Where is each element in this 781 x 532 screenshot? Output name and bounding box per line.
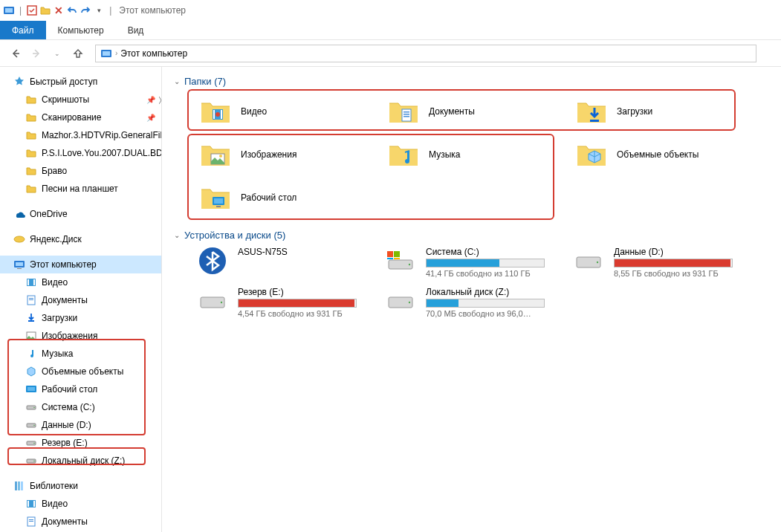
svg-rect-17 (27, 387, 35, 391)
tree-label: Браво (42, 166, 67, 176)
folder-icon (25, 183, 37, 195)
new-folder-icon[interactable] (39, 4, 51, 16)
drive-icon (25, 437, 37, 449)
ribbon-tab-computer[interactable]: Компьютер (46, 21, 116, 39)
svg-rect-40 (404, 111, 409, 113)
tree-onedrive[interactable]: OneDrive (0, 205, 161, 223)
pin-icon: 📌 (146, 114, 155, 122)
tree-quick-access-item[interactable]: Браво (0, 162, 161, 180)
ribbon-tab-file[interactable]: Файл (0, 21, 46, 39)
tree-pc-item[interactable]: Изображения (0, 327, 161, 345)
drive-usage-bar (426, 259, 545, 267)
folder-item[interactable]: Рабочий стол (196, 179, 378, 216)
tree-quick-access-item[interactable]: Mazhor.3.HDTVRip.GeneralFilm (0, 126, 161, 144)
svg-rect-11 (33, 279, 35, 285)
tree-pc-item[interactable]: Система (C:) (0, 398, 161, 416)
tree-label: Данные (D:) (42, 420, 91, 430)
tree-quick-access-item[interactable]: Сканирование📌 (0, 108, 161, 126)
svg-point-21 (33, 425, 35, 426)
tree-label: Видео (42, 277, 68, 288)
svg-rect-7 (16, 262, 23, 266)
folder-label: Рабочий стол (241, 192, 296, 203)
tree-libraries[interactable]: Библиотеки (0, 477, 161, 495)
svg-point-25 (33, 461, 35, 462)
pin-icon: 📌 (146, 96, 155, 104)
chevron-right-icon[interactable]: › (115, 49, 117, 57)
tree-pc-item[interactable]: Документы (0, 291, 161, 309)
drive-item[interactable]: Локальный диск (Z:) 70,0 МБ свободно из … (384, 287, 566, 318)
drive-item[interactable]: Данные (D:) 8,55 ГБ свободно из 931 ГБ (572, 247, 754, 278)
tree-label: Загрузки (42, 313, 77, 323)
breadcrumb[interactable]: › Этот компьютер (95, 45, 756, 62)
tree-pc-item[interactable]: Загрузки (0, 309, 161, 327)
svg-rect-46 (214, 198, 223, 204)
drive-item[interactable]: ASUS-N75S (196, 247, 378, 278)
tree-label: Mazhor.3.HDTVRip.GeneralFilm (42, 130, 161, 140)
svg-rect-51 (387, 251, 393, 257)
drive-item[interactable]: Резерв (E:) 4,54 ГБ свободно из 931 ГБ (196, 287, 378, 318)
qat-dropdown-icon[interactable]: ▾ (93, 4, 105, 16)
folder-item[interactable]: Документы (384, 93, 566, 130)
ribbon-tab-view[interactable]: Вид (116, 21, 156, 39)
drive-item[interactable]: Система (C:) 41,4 ГБ свободно из 110 ГБ (384, 247, 566, 278)
folder-item[interactable]: Музыка (384, 136, 566, 173)
tree-label: Изображения (42, 331, 97, 341)
properties-icon[interactable] (26, 4, 38, 16)
drive-name: Данные (D:) (614, 247, 754, 257)
tree-quick-access[interactable]: Быстрый доступ (0, 73, 161, 91)
folder-label: Объемные объекты (617, 149, 699, 160)
tree-quick-access-item[interactable]: P.S.I.Love.You.2007.DUAL.BDRip (0, 144, 161, 162)
tree-library-item[interactable]: Видео (0, 495, 161, 513)
nav-forward-button[interactable] (28, 45, 45, 62)
qat-separator: | (109, 5, 111, 16)
svg-rect-28 (21, 481, 23, 490)
folder-item[interactable]: Изображения (196, 136, 378, 173)
tree-pc-item[interactable]: Рабочий стол (0, 380, 161, 398)
tree-pc-item[interactable]: Видео (0, 273, 161, 291)
tree-quick-access-item[interactable]: Скриншоты📌 (0, 91, 161, 108)
music-icon (25, 348, 37, 360)
tree-pc-item[interactable]: Данные (D:) (0, 416, 161, 434)
folder-item[interactable]: Видео (196, 93, 378, 130)
tree-library-item[interactable]: Документы (0, 513, 161, 531)
breadcrumb-segment[interactable]: Этот компьютер (120, 48, 187, 59)
tree-label: Быстрый доступ (30, 77, 97, 87)
undo-icon[interactable] (66, 4, 78, 16)
ribbon: Файл Компьютер Вид (0, 21, 781, 40)
svg-point-58 (221, 302, 222, 303)
svg-point-44 (219, 155, 222, 158)
tree-quick-access-item[interactable]: Песни на планшет (0, 180, 161, 198)
download-icon (25, 312, 37, 324)
tree-pc-item[interactable]: Музыка (0, 345, 161, 363)
tree-yandex-disk[interactable]: Яндекс.Диск (0, 230, 161, 248)
svg-rect-41 (404, 114, 409, 115)
svg-rect-26 (15, 481, 17, 490)
group-header-drives[interactable]: ⌄ Устройства и диски (5) (174, 230, 775, 241)
folder-icon (25, 165, 37, 177)
nav-recent-dropdown[interactable]: ⌄ (49, 45, 65, 62)
group-header-folders[interactable]: ⌄ Папки (7) (174, 76, 775, 87)
drive-icon (25, 455, 37, 467)
folder-item[interactable]: Объемные объекты (572, 136, 754, 173)
drive-free-text: 8,55 ГБ свободно из 931 ГБ (614, 269, 754, 278)
tree-label: Рабочий стол (42, 384, 97, 395)
tree-pc-item[interactable]: Локальный диск (Z:) (0, 452, 161, 470)
svg-point-23 (33, 443, 35, 444)
qat-separator: | (19, 5, 22, 16)
tree-label: Сканирование (42, 112, 101, 123)
nav-up-button[interactable] (70, 45, 86, 62)
tree-pc-item[interactable]: Объемные объекты (0, 363, 161, 380)
redo-icon[interactable] (80, 4, 91, 16)
folder-item[interactable]: Загрузки (572, 93, 754, 130)
tree-label: OneDrive (30, 209, 68, 219)
drive-name: Система (C:) (426, 247, 566, 257)
svg-rect-34 (29, 521, 33, 522)
delete-icon[interactable]: ✕ (53, 4, 65, 16)
tree-pc-item[interactable]: Резерв (E:) (0, 434, 161, 452)
drive-icon (25, 419, 37, 431)
tree-this-pc[interactable]: Этот компьютер (0, 256, 161, 273)
drive-free-text: 41,4 ГБ свободно из 110 ГБ (426, 269, 566, 278)
tree-label: Библиотеки (30, 481, 78, 491)
nav-back-button[interactable] (7, 45, 24, 62)
tree-label: Песни на планшет (42, 184, 118, 194)
